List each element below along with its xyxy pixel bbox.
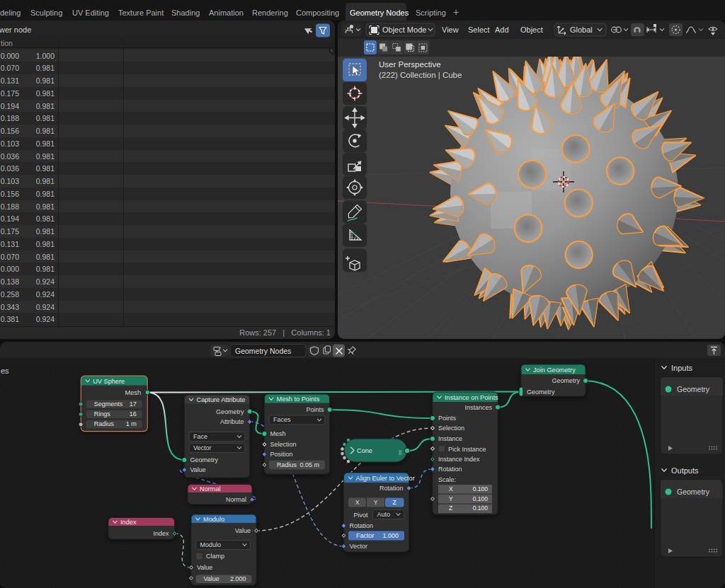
svg-text:Geometry: Geometry: [216, 408, 244, 415]
svg-text:Instance: Instance: [438, 435, 462, 442]
svg-text:Geometry: Geometry: [190, 456, 219, 463]
svg-text:Index: Index: [153, 530, 169, 537]
svg-text:Mesh to Points: Mesh to Points: [277, 396, 320, 403]
svg-text:Geometry: Geometry: [677, 385, 710, 393]
svg-text:Value: Value: [197, 564, 212, 571]
svg-text:Geometry Nodes: Geometry Nodes: [235, 347, 291, 355]
svg-text:es: es: [1, 367, 9, 375]
svg-text:0.100: 0.100: [473, 495, 489, 502]
svg-text:Join Geometry: Join Geometry: [533, 367, 576, 374]
svg-text:||: ||: [399, 449, 401, 455]
svg-text:Value: Value: [204, 575, 219, 582]
svg-text:Instance Index: Instance Index: [438, 456, 480, 463]
svg-text:2.000: 2.000: [230, 575, 246, 582]
svg-text:Inputs: Inputs: [671, 364, 692, 372]
svg-text:Pick Instance: Pick Instance: [448, 446, 486, 453]
svg-text:Capture Attribute: Capture Attribute: [197, 396, 246, 403]
svg-text:Mesh: Mesh: [125, 389, 141, 396]
svg-text:Vector: Vector: [350, 543, 368, 550]
svg-text:Cone: Cone: [357, 447, 372, 454]
svg-text:Geometry: Geometry: [552, 377, 580, 384]
svg-text:Vector: Vector: [193, 444, 212, 451]
svg-text:Radius: Radius: [277, 461, 297, 468]
svg-text:(222) Collection | Cube: (222) Collection | Cube: [379, 71, 462, 79]
svg-text:1.000: 1.000: [382, 532, 399, 539]
svg-text:16: 16: [130, 410, 137, 417]
svg-text:Segments: Segments: [94, 400, 123, 408]
svg-text:User Perspective: User Perspective: [379, 60, 441, 69]
svg-text:Index: Index: [120, 519, 137, 526]
svg-text:Value: Value: [190, 466, 206, 473]
svg-text:Selection: Selection: [438, 425, 464, 432]
svg-text:X: X: [355, 499, 360, 506]
svg-text:Rings: Rings: [94, 410, 111, 417]
svg-text:Modulo: Modulo: [200, 541, 222, 548]
svg-text:Align Euler to Vector: Align Euler to Vector: [356, 475, 415, 482]
svg-text:Normal: Normal: [200, 485, 221, 492]
svg-text:0.100: 0.100: [473, 505, 489, 512]
svg-text:Object Mode: Object Mode: [382, 25, 426, 34]
svg-text:Scale:: Scale:: [438, 476, 456, 483]
svg-text:Attribute: Attribute: [220, 418, 244, 425]
svg-text:Instance on Points: Instance on Points: [445, 394, 498, 401]
svg-text:Outputs: Outputs: [671, 466, 699, 475]
svg-text:Z: Z: [392, 499, 396, 506]
svg-text:Radius: Radius: [94, 420, 115, 427]
svg-text:Auto: Auto: [377, 511, 391, 518]
svg-text:Y: Y: [449, 495, 453, 502]
svg-text:Selection: Selection: [270, 441, 297, 448]
svg-text:Value: Value: [235, 527, 251, 534]
svg-text:Z: Z: [449, 505, 452, 512]
svg-text:Mesh: Mesh: [270, 430, 286, 437]
svg-text:Instances: Instances: [464, 404, 492, 411]
svg-text:Geometry: Geometry: [677, 488, 710, 496]
svg-text:Face: Face: [193, 433, 207, 440]
svg-text:17: 17: [130, 400, 137, 408]
svg-text:0.05 m: 0.05 m: [299, 461, 319, 468]
svg-text:Clamp: Clamp: [206, 553, 224, 560]
svg-text:Global: Global: [570, 25, 593, 34]
svg-text:Modulo: Modulo: [203, 516, 224, 523]
svg-text:Geometry: Geometry: [527, 388, 555, 396]
svg-text:View: View: [442, 25, 459, 34]
svg-text:Pivot: Pivot: [354, 512, 369, 519]
svg-text:UV Sphere: UV Sphere: [93, 378, 125, 385]
svg-text:Points: Points: [306, 406, 324, 413]
svg-text:Select: Select: [468, 25, 490, 34]
svg-text:Add: Add: [495, 25, 509, 34]
svg-text:Points: Points: [438, 415, 457, 422]
svg-text:Faces: Faces: [273, 416, 291, 423]
svg-text:Rotation: Rotation: [350, 522, 374, 529]
svg-text:Position: Position: [270, 451, 293, 458]
svg-text:Normal: Normal: [226, 496, 246, 503]
svg-text:Object: Object: [520, 25, 543, 34]
svg-text:Y: Y: [374, 499, 378, 506]
svg-text:Rotation: Rotation: [379, 485, 404, 492]
svg-text:Factor: Factor: [356, 532, 375, 539]
svg-text:Rotation: Rotation: [438, 466, 462, 473]
svg-text:1 m: 1 m: [126, 420, 137, 427]
